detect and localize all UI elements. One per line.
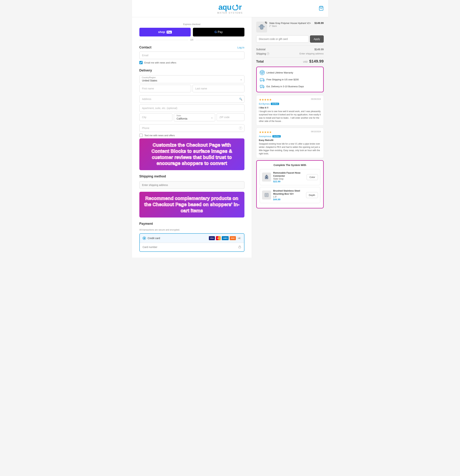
right-panel: 1 Slate Gray Polymer House Hydrant V2+ 2… [252, 17, 328, 258]
svg-rect-8 [260, 78, 263, 81]
sms-checkbox[interactable] [139, 134, 143, 137]
date-2: 08/10/2024 [311, 130, 321, 133]
review-title-1: I like it !! [259, 106, 321, 109]
lock-icon [238, 246, 241, 249]
svg-point-10 [263, 81, 264, 81]
crosssell-box: Complete The System With Removable Fauce… [256, 160, 324, 208]
crosssell-sub-2: 1.5" [273, 196, 304, 198]
credit-card-radio[interactable] [143, 237, 146, 240]
city-input[interactable] [139, 113, 173, 121]
crosssell-btn-1[interactable]: Color [307, 174, 318, 180]
state-select[interactable]: California [174, 113, 215, 121]
svg-rect-14 [266, 175, 267, 176]
shipping-value: Enter shipping address [300, 52, 324, 55]
verified-badge-1: Verified [271, 103, 279, 105]
visa-logo: VISA [209, 236, 215, 240]
apt-input[interactable] [139, 104, 244, 112]
promo-item-delivery: Est. Delivery in 3-10 Business Days [260, 84, 320, 89]
item-details: Slate Gray Polymer House Hydrant V2+ 2" … [269, 22, 312, 27]
subtotal-label: Subtotal [256, 48, 265, 51]
zip-input[interactable] [217, 113, 244, 121]
reviewer-name-1: Ed Byrnes [259, 102, 270, 105]
express-buttons: shop Pay G Pay [139, 28, 244, 36]
total-value: $149.99 [309, 59, 324, 63]
discount-input[interactable] [256, 35, 309, 43]
overlay-text-2: Recommend complementary products on the … [144, 195, 240, 214]
order-item: 1 Slate Gray Polymer House Hydrant V2+ 2… [256, 22, 324, 33]
last-name-input[interactable] [193, 85, 244, 92]
shipping-method-section: Shipping method [139, 175, 244, 190]
shipping-method-input [139, 181, 244, 189]
credit-card-option[interactable]: Credit card VISA MC AMEX DISC +4 [140, 234, 244, 243]
svg-rect-2 [260, 25, 263, 29]
contact-title: Contact [139, 45, 152, 49]
zip-wrapper [217, 113, 244, 121]
subtotal-value: $149.99 [315, 48, 324, 51]
crosssell-details-2: Brushed Stainless Steel Mounting Box V2+… [273, 189, 304, 201]
shipping-label: Shipping ? [256, 52, 270, 55]
verified-badge-2: Verified [272, 135, 281, 137]
item-sub: 2" Stem [269, 25, 312, 27]
country-select[interactable]: United States [139, 75, 244, 83]
first-name-input[interactable] [139, 85, 191, 92]
card-number-wrapper [140, 243, 244, 251]
apply-button[interactable]: Apply [310, 35, 324, 43]
review-header-2: ★★★★★ 08/10/2024 [259, 130, 321, 134]
total-amount: USD $149.99 [303, 59, 324, 64]
delivery-title: Delivery [139, 68, 244, 72]
logo: aqu⭯r water systems [217, 3, 243, 14]
crosssell-btn-2[interactable]: Depth [306, 192, 318, 198]
crosssell-name-1: Removable Faucet Hose Connector [273, 171, 305, 178]
contact-section: Contact Log in Email me with news and of… [139, 45, 244, 64]
promo-box: Limited Lifetime Warranty Free Shipping … [256, 67, 324, 92]
google-pay-button[interactable]: G Pay [193, 28, 244, 36]
svg-point-12 [260, 87, 261, 88]
shipping-help-icon: ? [267, 52, 269, 55]
total-currency: USD [303, 60, 307, 63]
country-wrapper: Country/Region United States ⌄ [139, 75, 244, 83]
logo-sub: water systems [217, 12, 243, 14]
svg-rect-3 [261, 25, 263, 25]
svg-rect-4 [261, 29, 262, 30]
review-text-1: I bought one to see how well it would wo… [259, 110, 321, 123]
express-checkout-section: Express checkout shop Pay G Pay OR [139, 23, 244, 41]
address-input[interactable] [139, 95, 244, 103]
totals-section: Subtotal $149.99 Shipping ? Enter shippi… [256, 45, 324, 55]
payment-title: Payment [139, 222, 244, 226]
left-panel: Express checkout shop Pay G Pay OR [132, 17, 252, 258]
card-number-input[interactable] [143, 246, 238, 248]
address-wrapper: 🔍 [139, 95, 244, 103]
shop-pay-button[interactable]: shop Pay [139, 28, 191, 36]
phone-help-icon: ? [239, 127, 242, 130]
logo-text: aqu⭯r [218, 3, 241, 12]
crosssell-name-2: Brushed Stainless Steel Mounting Box V2+ [273, 189, 304, 196]
delivery-text: Est. Delivery in 3-10 Business Days [267, 85, 304, 88]
newsletter-checkbox[interactable] [139, 61, 143, 64]
contact-header: Contact Log in [139, 45, 244, 49]
promo-item-shipping: Free Shipping in US over $200 [260, 77, 320, 82]
svg-point-18 [266, 195, 267, 196]
review-card-2: ★★★★★ 08/10/2024 Anonymous Verified Easy… [256, 128, 324, 158]
amex-logo: AMEX [222, 236, 229, 240]
search-icon: 🔍 [239, 98, 242, 101]
shop-pay-badge: Pay [167, 31, 172, 34]
phone-input[interactable] [139, 124, 244, 132]
warranty-icon [260, 70, 265, 75]
email-input[interactable] [139, 51, 244, 59]
first-name-wrapper [139, 85, 191, 92]
phone-wrapper: ? [139, 124, 244, 132]
review-text-2: Swapped existing hose bib for a new V1 a… [259, 142, 321, 155]
pay-text: Pay [218, 30, 223, 34]
name-row [139, 85, 244, 94]
cart-icon[interactable] [319, 6, 324, 11]
express-label: Express checkout [139, 23, 244, 26]
sms-row: Text me with news and offers [139, 134, 244, 137]
email-wrapper [139, 51, 244, 59]
svg-point-9 [260, 81, 261, 81]
overlay-banner-1: Customize the Checkout Page with Content… [139, 138, 244, 170]
review-title-2: Easy Retrofit [259, 139, 321, 142]
login-link[interactable]: Log in [237, 46, 244, 49]
overlay-text-1: Customize the Checkout Page with Content… [144, 142, 240, 167]
svg-rect-5 [259, 26, 260, 27]
item-name: Slate Gray Polymer House Hydrant V2+ [269, 22, 312, 25]
